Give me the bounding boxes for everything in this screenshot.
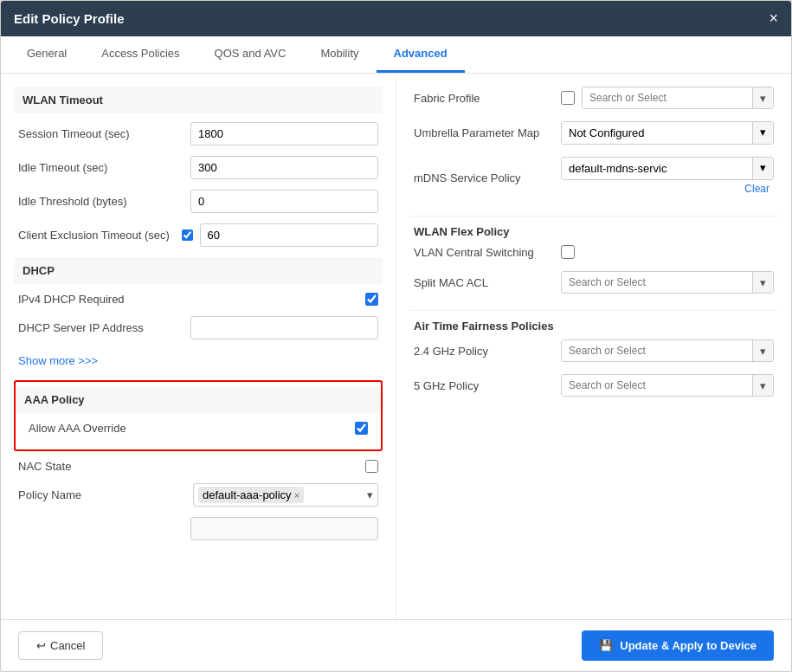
- umbrella-dropdown[interactable]: Not Configured: [562, 122, 752, 144]
- aaa-header: AAA Policy: [16, 386, 381, 413]
- air-time-header: Air Time Fairness Policies: [409, 310, 778, 339]
- vlan-central-row: VLAN Central Switching: [409, 245, 778, 259]
- vlan-central-control: [561, 245, 774, 259]
- dhcp-server-input[interactable]: [190, 316, 378, 339]
- ghz5-dropdown-icon[interactable]: ▾: [752, 375, 773, 396]
- umbrella-select[interactable]: Not Configured ▾: [561, 121, 774, 145]
- nac-state-row: NAC State: [14, 460, 383, 473]
- split-mac-row: Split MAC ACL ▾: [409, 271, 778, 294]
- nac-state-checkbox[interactable]: [365, 460, 378, 473]
- fabric-profile-row: Fabric Profile ▾: [409, 87, 778, 109]
- session-timeout-input[interactable]: [190, 122, 378, 145]
- idle-timeout-input[interactable]: [190, 156, 378, 179]
- extra-row: [14, 517, 383, 540]
- wlan-flex-header: WLAN Flex Policy: [409, 216, 778, 245]
- policy-name-dropdown-button[interactable]: ▾: [367, 488, 373, 501]
- umbrella-label: Umbrella Parameter Map: [414, 126, 561, 139]
- split-mac-select[interactable]: ▾: [561, 271, 774, 294]
- update-icon: 💾: [599, 639, 613, 652]
- ghz24-input[interactable]: [562, 340, 752, 361]
- client-exclusion-row: Client Exclusion Timeout (sec): [14, 223, 383, 247]
- tab-mobility[interactable]: Mobility: [303, 36, 376, 73]
- tab-general[interactable]: General: [10, 36, 84, 73]
- ghz24-dropdown-icon[interactable]: ▾: [752, 340, 773, 361]
- aaa-policy-section: AAA Policy Allow AAA Override: [14, 380, 383, 451]
- ghz5-label: 5 GHz Policy: [414, 379, 561, 392]
- vlan-central-label: VLAN Central Switching: [414, 246, 561, 259]
- ghz24-row: 2.4 GHz Policy ▾: [409, 339, 778, 362]
- tab-access-policies[interactable]: Access Policies: [84, 36, 196, 73]
- policy-name-row: Policy Name default-aaa-policy × ▾: [14, 483, 383, 507]
- ipv4-dhcp-label: IPv4 DHCP Required: [18, 293, 365, 306]
- close-button[interactable]: ×: [769, 10, 778, 28]
- cancel-icon: ↩: [36, 639, 46, 652]
- fabric-profile-input[interactable]: [583, 87, 752, 108]
- ghz24-control: ▾: [561, 339, 774, 362]
- mdns-clear-link[interactable]: Clear: [744, 183, 774, 195]
- policy-name-tag: default-aaa-policy ×: [198, 487, 304, 503]
- fabric-profile-select[interactable]: ▾: [582, 87, 774, 109]
- dhcp-header: DHCP: [14, 257, 383, 284]
- policy-name-label: Policy Name: [18, 488, 193, 501]
- remove-tag-icon[interactable]: ×: [294, 490, 299, 501]
- extra-input[interactable]: [190, 517, 378, 540]
- ghz24-label: 2.4 GHz Policy: [414, 345, 561, 358]
- idle-threshold-input[interactable]: [190, 190, 378, 213]
- mdns-arrow-icon: ▾: [752, 158, 773, 179]
- client-exclusion-input[interactable]: [200, 223, 379, 247]
- ghz5-input[interactable]: [562, 375, 752, 396]
- policy-name-select[interactable]: default-aaa-policy × ▾: [193, 483, 378, 507]
- tab-advanced[interactable]: Advanced: [377, 36, 465, 73]
- modal-footer: ↩ Cancel 💾 Update & Apply to Device: [1, 619, 791, 671]
- fabric-profile-checkbox[interactable]: [561, 91, 575, 105]
- ghz5-select[interactable]: ▾: [561, 374, 774, 397]
- client-exclusion-label: Client Exclusion Timeout (sec): [18, 229, 182, 242]
- cancel-button[interactable]: ↩ Cancel: [18, 631, 103, 660]
- vlan-central-checkbox[interactable]: [561, 245, 575, 259]
- allow-aaa-label: Allow AAA Override: [29, 422, 355, 435]
- allow-aaa-row: Allow AAA Override: [24, 422, 372, 435]
- mdns-label: mDNS Service Policy: [414, 171, 561, 184]
- session-timeout-row: Session Timeout (sec): [14, 122, 383, 145]
- update-label: Update & Apply to Device: [620, 639, 757, 652]
- cancel-label: Cancel: [50, 639, 85, 652]
- umbrella-control: Not Configured ▾: [561, 121, 774, 145]
- ipv4-dhcp-checkbox[interactable]: [365, 293, 378, 306]
- tab-qos-avc[interactable]: QOS and AVC: [197, 36, 304, 73]
- idle-threshold-row: Idle Threshold (bytes): [14, 190, 383, 213]
- ghz5-row: 5 GHz Policy ▾: [409, 374, 778, 397]
- nac-state-label: NAC State: [18, 460, 365, 473]
- session-timeout-label: Session Timeout (sec): [18, 127, 190, 140]
- fabric-profile-dropdown-icon[interactable]: ▾: [752, 87, 773, 108]
- allow-aaa-checkbox[interactable]: [355, 422, 368, 435]
- idle-timeout-label: Idle Timeout (sec): [18, 161, 190, 174]
- right-panel: Fabric Profile ▾ Umbrella Parameter Map …: [396, 74, 791, 619]
- ghz5-control: ▾: [561, 374, 774, 397]
- update-apply-button[interactable]: 💾 Update & Apply to Device: [582, 630, 774, 661]
- ipv4-dhcp-row: IPv4 DHCP Required: [14, 293, 383, 306]
- client-exclusion-checkbox[interactable]: [182, 229, 193, 242]
- umbrella-row: Umbrella Parameter Map Not Configured ▾: [409, 121, 778, 145]
- mdns-control: default-mdns-servic ▾ Clear: [561, 157, 774, 199]
- modal-title: Edit Policy Profile: [14, 11, 125, 26]
- fabric-profile-label: Fabric Profile: [414, 92, 561, 105]
- dhcp-server-row: DHCP Server IP Address: [14, 316, 383, 339]
- wlan-timeout-header: WLAN Timeout: [14, 87, 383, 113]
- split-mac-control: ▾: [561, 271, 774, 294]
- split-mac-dropdown-icon[interactable]: ▾: [752, 272, 773, 293]
- edit-policy-modal: Edit Policy Profile × General Access Pol…: [0, 0, 792, 672]
- ghz24-select[interactable]: ▾: [561, 339, 774, 362]
- idle-threshold-label: Idle Threshold (bytes): [18, 195, 190, 208]
- mdns-dropdown[interactable]: default-mdns-servic: [562, 158, 752, 179]
- mdns-select[interactable]: default-mdns-servic ▾: [561, 157, 774, 180]
- umbrella-arrow-icon: ▾: [752, 122, 773, 144]
- show-more-link[interactable]: Show more >>>: [14, 350, 383, 372]
- mdns-row: mDNS Service Policy default-mdns-servic …: [409, 157, 778, 199]
- tab-bar: General Access Policies QOS and AVC Mobi…: [1, 36, 791, 74]
- split-mac-label: Split MAC ACL: [414, 276, 561, 289]
- left-panel: WLAN Timeout Session Timeout (sec) Idle …: [1, 74, 396, 619]
- modal-header: Edit Policy Profile ×: [1, 1, 791, 36]
- idle-timeout-row: Idle Timeout (sec): [14, 156, 383, 179]
- split-mac-input[interactable]: [562, 272, 752, 293]
- dhcp-server-label: DHCP Server IP Address: [18, 321, 190, 334]
